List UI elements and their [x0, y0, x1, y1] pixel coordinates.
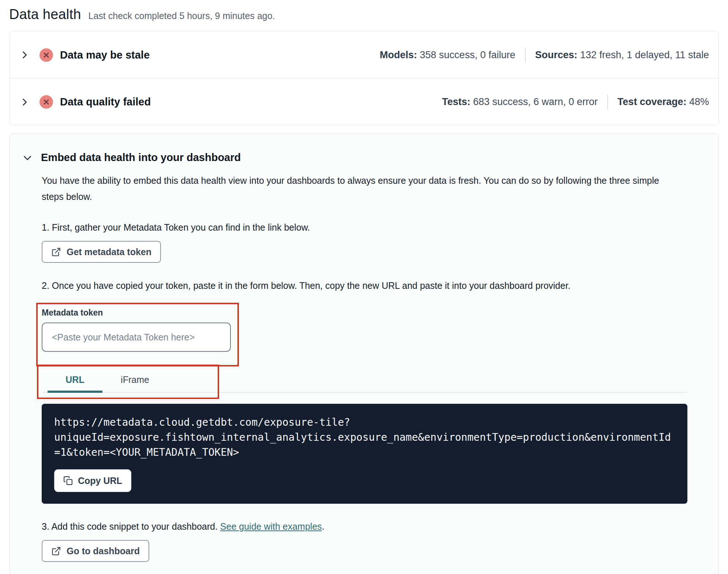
stat-divider	[607, 95, 608, 109]
coverage-stat-value: 48%	[689, 96, 709, 107]
status-row-stats: Tests: 683 success, 6 warn, 0 error Test…	[442, 95, 709, 109]
get-metadata-token-button[interactable]: Get metadata token	[42, 241, 161, 263]
status-row-quality[interactable]: Data quality failed Tests: 683 success, …	[10, 78, 718, 125]
go-to-dashboard-label: Go to dashboard	[67, 546, 140, 556]
sources-stat-value: 132 fresh, 1 delayed, 11 stale	[580, 49, 709, 60]
status-card: Data may be stale Models: 358 success, 0…	[9, 31, 719, 126]
copy-icon	[63, 476, 73, 485]
status-row-stale[interactable]: Data may be stale Models: 358 success, 0…	[10, 31, 718, 78]
go-to-dashboard-button[interactable]: Go to dashboard	[42, 540, 149, 562]
embed-section-title: Embed data health into your dashboard	[41, 152, 241, 164]
metadata-token-input[interactable]	[42, 323, 231, 352]
step-2-text: 2. Once you have copied your token, past…	[42, 280, 687, 291]
models-stat-label: Models:	[380, 49, 417, 60]
embed-url-text: https://metadata.cloud.getdbt.com/exposu…	[54, 415, 675, 460]
tests-stat: Tests: 683 success, 6 warn, 0 error	[442, 96, 598, 108]
models-stat: Models: 358 success, 0 failure	[380, 49, 515, 61]
copy-url-button[interactable]: Copy URL	[54, 469, 131, 492]
step-1-text: 1. First, gather your Metadata Token you…	[42, 222, 687, 233]
coverage-stat: Test coverage: 48%	[618, 96, 709, 108]
status-row-title: Data may be stale	[60, 49, 150, 61]
error-status-icon	[40, 48, 53, 62]
tests-stat-value: 683 success, 6 warn, 0 error	[473, 96, 598, 107]
status-row-title: Data quality failed	[60, 96, 151, 108]
metadata-token-label: Metadata token	[42, 308, 231, 318]
models-stat-value: 358 success, 0 failure	[420, 49, 515, 60]
step-3-text: 3. Add this code snippet to your dashboa…	[42, 521, 687, 532]
chevron-right-icon[interactable]	[19, 97, 30, 108]
step-3-prefix: 3. Add this code snippet to your dashboa…	[42, 521, 220, 532]
see-guide-link[interactable]: See guide with examples	[220, 521, 322, 532]
tests-stat-label: Tests:	[442, 96, 470, 107]
page-title: Data health	[9, 7, 81, 22]
embed-url-code-block: https://metadata.cloud.getdbt.com/exposu…	[42, 404, 687, 504]
external-link-icon	[51, 546, 61, 556]
last-check-status: Last check completed 5 hours, 9 minutes …	[89, 11, 275, 21]
coverage-stat-label: Test coverage:	[618, 96, 687, 107]
status-row-stats: Models: 358 success, 0 failure Sources: …	[380, 48, 709, 62]
tab-iframe[interactable]: iFrame	[102, 369, 168, 393]
step-3-period: .	[322, 521, 324, 532]
embed-format-tabs: URL iFrame	[42, 369, 687, 393]
external-link-icon	[51, 247, 61, 257]
sources-stat-label: Sources:	[535, 49, 578, 60]
error-status-icon	[40, 95, 53, 109]
sources-stat: Sources: 132 fresh, 1 delayed, 11 stale	[535, 49, 709, 61]
metadata-token-group: Metadata token	[42, 308, 231, 352]
copy-url-label: Copy URL	[78, 476, 122, 486]
tab-url[interactable]: URL	[48, 369, 102, 393]
page-header: Data health Last check completed 5 hours…	[9, 7, 719, 22]
stat-divider	[525, 48, 526, 62]
embed-section: Embed data health into your dashboard Yo…	[9, 134, 719, 574]
chevron-right-icon[interactable]	[19, 49, 30, 60]
chevron-down-icon[interactable]	[22, 152, 33, 163]
get-metadata-token-label: Get metadata token	[67, 247, 151, 257]
embed-description: You have the ability to embed this data …	[42, 172, 679, 205]
